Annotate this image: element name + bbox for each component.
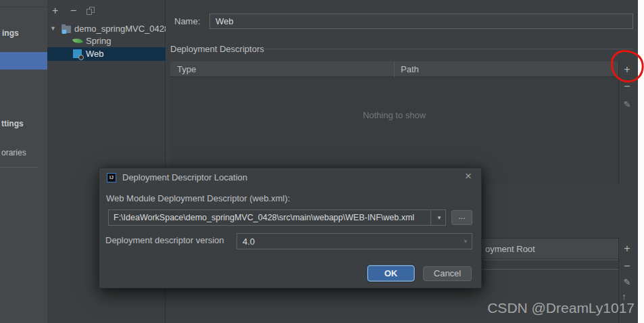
cancel-button[interactable]: Cancel xyxy=(423,266,472,281)
remove-resource-button[interactable]: − xyxy=(618,261,637,272)
sidebar-item-libraries[interactable]: oraries xyxy=(1,148,26,157)
chevron-down-icon[interactable]: ▼ xyxy=(437,215,442,221)
edit-resource-pencil-icon[interactable]: ✎ xyxy=(618,277,637,288)
settings-sidebar: ings ttings oraries xyxy=(0,0,47,323)
version-combobox[interactable]: 4.0 ▼ xyxy=(237,233,472,249)
facet-name-input[interactable]: Web xyxy=(209,14,633,29)
watermark-text: CSDN @DreamLy1017 xyxy=(487,300,635,316)
chevron-down-icon: ▼ xyxy=(463,239,468,245)
descriptor-path-value: F:\IdeaWorkSpace\demo_springMVC_0428\src… xyxy=(114,213,414,222)
tree-item-spring[interactable]: Spring xyxy=(47,34,166,47)
intellij-logo-icon: IJ xyxy=(107,173,116,182)
close-icon[interactable]: × xyxy=(465,170,472,182)
browse-button[interactable]: ... xyxy=(451,210,472,225)
version-label: Deployment descriptor version xyxy=(105,235,224,245)
remove-facet-button[interactable]: − xyxy=(70,6,76,16)
column-divider xyxy=(394,61,395,77)
edit-descriptor-pencil-icon[interactable]: ✎ xyxy=(618,99,637,110)
ok-button[interactable]: OK xyxy=(367,265,415,282)
descriptors-table-header: Type Path xyxy=(170,61,618,77)
deployment-root-column-fragment: oyment Root xyxy=(485,244,535,254)
tree-item-module[interactable]: ▼ demo_springMVC_0428 xyxy=(47,22,166,35)
module-folder-icon xyxy=(61,26,71,33)
sidebar-top-divider xyxy=(0,7,47,7)
dialog-title: Deployment Descriptor Location xyxy=(122,172,247,182)
column-path[interactable]: Path xyxy=(401,64,419,74)
deployment-descriptors-title: Deployment Descriptors xyxy=(170,44,264,54)
descriptor-path-combobox[interactable]: F:\IdeaWorkSpace\demo_springMVC_0428\src… xyxy=(108,209,446,226)
name-label: Name: xyxy=(174,16,200,26)
spring-leaf-icon xyxy=(72,36,83,45)
sidebar-selected-item[interactable] xyxy=(0,52,47,70)
sidebar-divider xyxy=(0,167,39,168)
empty-table-text: Nothing to show xyxy=(170,110,618,120)
descriptors-table[interactable]: Type Path Nothing to show xyxy=(170,61,619,184)
sidebar-item-project-settings: ings xyxy=(2,28,19,38)
copy-icon[interactable] xyxy=(86,7,95,16)
version-value: 4.0 xyxy=(243,237,255,247)
expand-arrow-icon[interactable]: ▼ xyxy=(50,22,56,35)
red-circle-annotation xyxy=(608,49,644,86)
section-divider xyxy=(265,49,633,49)
web-facet-icon xyxy=(73,49,82,58)
project-structure-window: ings ttings oraries + − ▼ demo_springMVC… xyxy=(0,0,644,323)
tree-item-web[interactable]: Web xyxy=(47,47,166,60)
tree-item-label: Spring xyxy=(86,34,112,47)
combobox-divider xyxy=(430,210,431,225)
column-type[interactable]: Type xyxy=(177,64,196,74)
add-facet-button[interactable]: + xyxy=(52,6,58,16)
tree-item-label: demo_springMVC_0428 xyxy=(74,22,166,35)
tree-item-label: Web xyxy=(86,47,104,60)
descriptor-path-label: Web Module Deployment Descriptor (web.xm… xyxy=(106,193,290,203)
sidebar-item-platform-settings: ttings xyxy=(1,119,24,128)
add-resource-button[interactable]: + xyxy=(618,243,637,254)
deployment-descriptor-location-dialog: IJ Deployment Descriptor Location × Web … xyxy=(99,168,482,289)
